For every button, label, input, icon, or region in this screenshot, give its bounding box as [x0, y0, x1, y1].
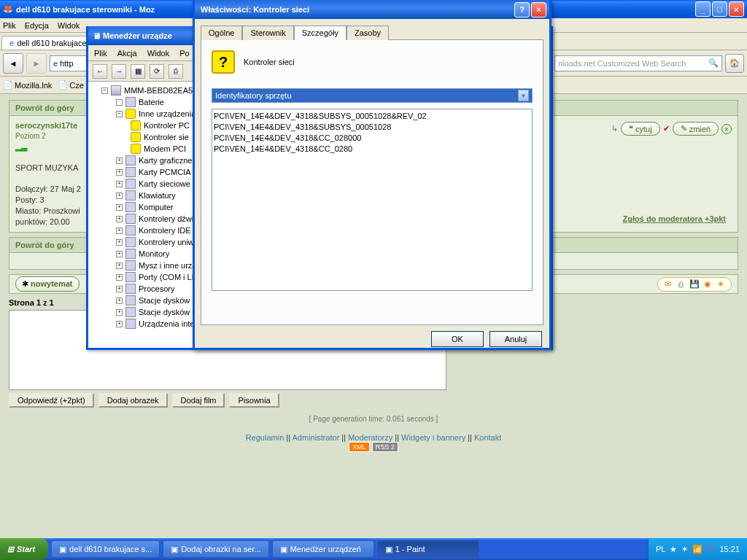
arrow-icon: ↳	[611, 124, 618, 133]
dm-menu-action[interactable]: Akcja	[117, 49, 137, 58]
properties-dialog: Właściwości: Kontroler sieci ? × OgólneS…	[193, 0, 551, 350]
ie-icon: e	[9, 39, 14, 47]
spell-button[interactable]: Pisownia	[229, 393, 279, 408]
menu-file[interactable]: Plik	[3, 21, 16, 30]
footer-reg[interactable]: Regulamin	[246, 433, 285, 442]
combo-value: Identyfikatory sprzętu	[215, 91, 292, 100]
question-icon: ?	[212, 50, 235, 74]
new-topic-button[interactable]: ✱ nowytemat	[15, 276, 80, 292]
url-text: http	[60, 59, 73, 68]
search-placeholder: nloads.net Customized Web Search	[558, 59, 686, 68]
taskbar-task[interactable]: ▣1 - Paint	[377, 540, 479, 558]
footer-admin[interactable]: Administrator	[293, 433, 340, 442]
close-button[interactable]: ×	[531, 2, 546, 18]
tab-zasoby[interactable]: Zasoby	[347, 26, 389, 40]
bookmark-item[interactable]: 📄Cze	[58, 80, 84, 90]
dm-menu-view[interactable]: Widok	[147, 49, 170, 58]
username[interactable]: seroczynski17te	[15, 121, 77, 130]
footer-kon[interactable]: Kontakt	[474, 433, 501, 442]
online-icon: ▂▃	[15, 142, 27, 151]
quote-icon: ❝	[629, 124, 633, 133]
help-button[interactable]: ?	[514, 2, 530, 18]
tab-ogólne[interactable]: Ogólne	[201, 26, 242, 40]
taskbar: ⊞ Start ▣dell d610 brakujace s...▣Dodaj …	[0, 538, 747, 560]
clock: 15:21	[719, 545, 740, 553]
tab-sterownik[interactable]: Sterownik	[242, 26, 293, 40]
props-title: Właściwości: Kontroler sieci	[198, 5, 514, 14]
reply-button[interactable]: Odpowiedź (+2pkt)	[9, 393, 94, 408]
add-image-button[interactable]: Dodaj obrazek	[98, 393, 168, 408]
tray-icon[interactable]: ★	[670, 545, 677, 554]
footer-wid[interactable]: Widgety i bannery	[401, 433, 465, 442]
taskbar-task[interactable]: ▣Menedżer urządzeń	[272, 540, 374, 558]
page-icon: 📄	[58, 80, 68, 90]
tray-icon[interactable]: 📶	[692, 545, 703, 554]
start-button[interactable]: ⊞ Start	[0, 538, 48, 560]
share-icons: ✉ ⎙ 💾 ◉ ★	[657, 277, 732, 292]
props-tabs: OgólneSterownikSzczegółyZasoby	[195, 19, 549, 39]
home-button[interactable]: 🏠	[725, 54, 744, 73]
user-posts: Posty: 3	[15, 195, 44, 204]
app-icon: ▣	[385, 545, 392, 554]
delete-icon[interactable]: ×	[721, 124, 732, 134]
ok-button[interactable]: OK	[431, 331, 484, 347]
add-film-button[interactable]: Dodaj film	[172, 393, 225, 408]
check-icon: ✔	[663, 124, 670, 133]
menu-edit[interactable]: Edycja	[25, 21, 49, 30]
save-icon[interactable]: 💾	[689, 279, 700, 289]
dm-menu-help[interactable]: Po	[179, 49, 189, 58]
footer: Regulamin || Administrator || Moderatorz…	[9, 427, 738, 458]
lang-indicator[interactable]: PL	[656, 545, 665, 553]
taskbar-task[interactable]: ▣dell d610 brakujace s...	[51, 540, 160, 558]
browser-tab[interactable]: e dell d610 brakujace	[1, 36, 95, 50]
forward-button[interactable]: ►	[26, 53, 47, 74]
menu-view[interactable]: Widok	[58, 21, 80, 30]
print-icon[interactable]: ⎙	[676, 279, 687, 289]
property-combo[interactable]: Identyfikatory sprzętu ▼	[212, 88, 533, 103]
quote-button[interactable]: ❝cytuj	[621, 122, 660, 136]
tray-icon[interactable]: 🛡	[707, 545, 715, 553]
maximize-button[interactable]: □	[712, 1, 727, 17]
cancel-button[interactable]: Anuluj	[489, 331, 542, 347]
report-link[interactable]: Zgłoś do moderatora +3pkt	[623, 214, 727, 223]
rss-icon[interactable]: ◉	[702, 279, 713, 289]
back-button[interactable]: ◄	[3, 53, 23, 74]
page-icon: 📄	[3, 80, 13, 90]
fwd-icon[interactable]: →	[112, 64, 126, 79]
taskbar-task[interactable]: ▣Dodaj obrazki na ser...	[163, 540, 268, 558]
user-level: Poziom 2	[15, 132, 46, 140]
system-tray[interactable]: PL ★ ✶ 📶 🛡 15:21	[648, 538, 747, 560]
chevron-down-icon: ▼	[518, 90, 529, 101]
app-icon: ▣	[280, 545, 287, 554]
footer-mod[interactable]: Moderatorzy	[348, 433, 392, 442]
hgroupId[interactable]: PCI\VEN_14E4&DEV_4318&CC_028000	[214, 133, 530, 144]
search-icon: 🔍	[708, 58, 719, 68]
tray-icon[interactable]: ✶	[681, 545, 688, 554]
mail-icon[interactable]: ✉	[662, 279, 674, 289]
gen-time: [ Page generation time: 0.061 seconds ]	[9, 415, 738, 423]
star-icon[interactable]: ★	[715, 279, 727, 289]
close-button[interactable]: ×	[729, 1, 744, 17]
refresh-icon[interactable]: ⟳	[150, 64, 164, 79]
change-button[interactable]: ✎zmień	[673, 122, 719, 136]
edit-icon: ✎	[681, 124, 687, 133]
back-icon[interactable]: ←	[93, 64, 107, 79]
hgroupId[interactable]: PCI\VEN_14E4&DEV_4318&CC_0280	[214, 144, 530, 155]
minimize-button[interactable]: _	[695, 1, 711, 17]
xml-badge[interactable]: XML	[349, 442, 370, 452]
dm-icon: 🖥	[93, 31, 101, 40]
search-bar[interactable]: nloads.net Customized Web Search 🔍	[554, 55, 722, 71]
dm-menu-file[interactable]: Plik	[94, 49, 107, 58]
hgroupId[interactable]: PCI\VEN_14E4&DEV_4318&SUBSYS_00051028	[214, 122, 530, 133]
tab-szczegóły[interactable]: Szczegóły	[294, 26, 347, 40]
bookmark-item[interactable]: 📄Mozilla.lnk	[3, 80, 52, 90]
props-body: ? Kontroler sieci Identyfikatory sprzętu…	[201, 39, 543, 325]
rss-badge[interactable]: RSS 2	[372, 442, 398, 452]
firefox-icon: 🦊	[3, 4, 13, 14]
props-titlebar[interactable]: Właściwości: Kontroler sieci ? ×	[195, 0, 549, 19]
print-icon[interactable]: ⎙	[169, 64, 183, 79]
props-icon[interactable]: ▦	[131, 64, 145, 79]
ie-icon: e	[53, 59, 58, 68]
hgroupId[interactable]: PCI\VEN_14E4&DEV_4318&SUBSYS_00051028&RE…	[214, 111, 530, 122]
hardware-ids-list[interactable]: PCI\VEN_14E4&DEV_4318&SUBSYS_00051028&RE…	[212, 109, 533, 291]
